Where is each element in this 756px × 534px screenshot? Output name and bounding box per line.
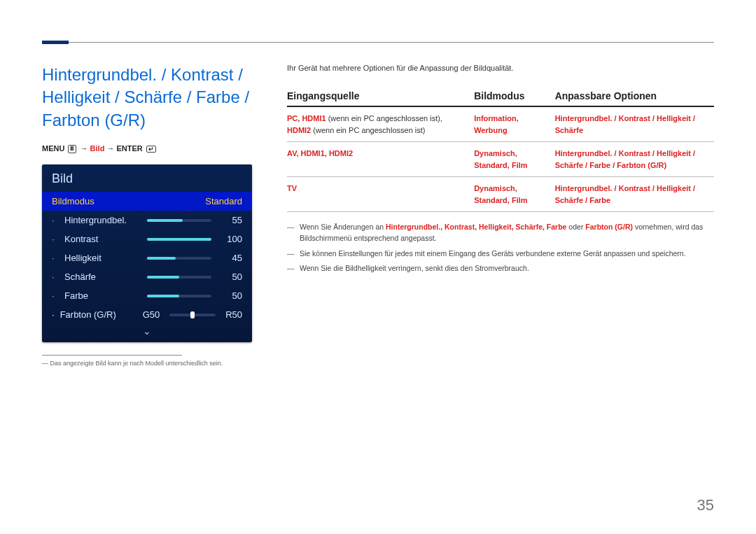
cell-bildmodus: Information, Werbung bbox=[474, 106, 555, 142]
osd-row-bar[interactable] bbox=[147, 295, 211, 297]
note-item: Sie können Einstellungen für jedes mit e… bbox=[287, 248, 714, 260]
osd-row-label: Schärfe bbox=[64, 272, 141, 282]
th-anpassbare: Anpassbare Optionen bbox=[555, 86, 714, 106]
osd-row-value: 50 bbox=[221, 272, 242, 282]
osd-gr-label: Farbton (G/R) bbox=[60, 309, 137, 320]
notes-block: Wenn Sie Änderungen an Hintergrundbel., … bbox=[287, 222, 714, 274]
table-row: TVDynamisch, Standard, FilmHintergrundbe… bbox=[287, 177, 714, 212]
osd-highlight-label: Bildmodus bbox=[52, 196, 94, 206]
cell-anpassbare: Hintergrundbel. / Kontrast / Helligkeit … bbox=[555, 106, 714, 142]
osd-row-label: Farbe bbox=[64, 290, 141, 301]
table-row: PC, HDMI1 (wenn ein PC angeschlossen ist… bbox=[287, 106, 714, 142]
cell-anpassbare: Hintergrundbel. / Kontrast / Helligkeit … bbox=[555, 177, 714, 212]
menu-path: MENU Ⅲ → Bild → ENTER bbox=[42, 144, 252, 153]
osd-highlight-value: Standard bbox=[205, 196, 242, 206]
bullet-icon: · bbox=[52, 253, 59, 263]
osd-row-bar[interactable] bbox=[147, 219, 211, 222]
footnote-rule bbox=[42, 355, 182, 356]
menu-icon: Ⅲ bbox=[68, 145, 76, 153]
osd-row-value: 45 bbox=[221, 253, 242, 263]
options-table: Eingangsquelle Bildmodus Anpassbare Opti… bbox=[287, 86, 714, 212]
osd-row[interactable]: ·Schärfe50 bbox=[42, 267, 252, 286]
note-item: Wenn Sie Änderungen an Hintergrundbel., … bbox=[287, 222, 714, 244]
osd-title: Bild bbox=[42, 164, 252, 192]
osd-gr-r: R50 bbox=[221, 309, 242, 320]
cell-bildmodus: Dynamisch, Standard, Film bbox=[474, 177, 555, 212]
menu-label: MENU bbox=[42, 144, 64, 153]
osd-row-label: Kontrast bbox=[64, 234, 141, 244]
osd-row-value: 55 bbox=[221, 215, 242, 225]
osd-row-label: Helligkeit bbox=[64, 253, 141, 263]
osd-row-bar[interactable] bbox=[147, 238, 211, 241]
osd-row[interactable]: ·Hintergrundbel.55 bbox=[42, 211, 252, 230]
menu-path-mid: Bild bbox=[90, 144, 105, 153]
osd-panel: Bild Bildmodus Standard ·Hintergrundbel.… bbox=[42, 164, 252, 342]
footnote: ― Das angezeigte Bild kann je nach Model… bbox=[42, 360, 252, 367]
cell-eingangsquelle: AV, HDMI1, HDMI2 bbox=[287, 142, 474, 177]
osd-row[interactable]: ·Kontrast100 bbox=[42, 230, 252, 248]
bullet-icon: · bbox=[52, 309, 55, 320]
th-eingangsquelle: Eingangsquelle bbox=[287, 86, 474, 106]
bullet-icon: · bbox=[52, 234, 59, 244]
cell-anpassbare: Hintergrundbel. / Kontrast / Helligkeit … bbox=[555, 142, 714, 177]
section-title: Hintergrundbel. / Kontrast / Helligkeit … bbox=[42, 64, 252, 132]
note-item: Wenn Sie die Bildhelligkeit verringern, … bbox=[287, 263, 714, 274]
osd-row-farbton[interactable]: · Farbton (G/R) G50 R50 bbox=[42, 305, 252, 324]
bullet-icon: · bbox=[52, 290, 59, 301]
intro-text: Ihr Gerät hat mehrere Optionen für die A… bbox=[287, 64, 714, 72]
osd-gr-knob[interactable] bbox=[190, 311, 195, 318]
th-bildmodus: Bildmodus bbox=[474, 86, 555, 106]
chevron-down-icon[interactable]: ⌄ bbox=[42, 324, 252, 337]
osd-row-value: 50 bbox=[221, 290, 242, 301]
cell-eingangsquelle: TV bbox=[287, 177, 474, 212]
osd-gr-track[interactable] bbox=[169, 314, 216, 316]
osd-highlight-row[interactable]: Bildmodus Standard bbox=[42, 192, 252, 211]
enter-icon bbox=[146, 146, 156, 153]
arrow-icon: → bbox=[106, 144, 114, 153]
osd-row-label: Hintergrundbel. bbox=[64, 215, 141, 225]
cell-eingangsquelle: PC, HDMI1 (wenn ein PC angeschlossen ist… bbox=[287, 106, 474, 142]
osd-row[interactable]: ·Farbe50 bbox=[42, 286, 252, 305]
top-rule bbox=[42, 42, 714, 43]
bullet-icon: · bbox=[52, 215, 59, 225]
enter-label: ENTER bbox=[116, 144, 142, 153]
bullet-icon: · bbox=[52, 272, 59, 282]
arrow-icon: → bbox=[80, 144, 88, 153]
osd-row-bar[interactable] bbox=[147, 257, 211, 260]
osd-row[interactable]: ·Helligkeit45 bbox=[42, 248, 252, 267]
cell-bildmodus: Dynamisch, Standard, Film bbox=[474, 142, 555, 177]
page-number: 35 bbox=[697, 496, 714, 514]
osd-row-value: 100 bbox=[221, 234, 242, 244]
table-row: AV, HDMI1, HDMI2Dynamisch, Standard, Fil… bbox=[287, 142, 714, 177]
osd-row-bar[interactable] bbox=[147, 276, 211, 279]
osd-gr-g: G50 bbox=[143, 309, 164, 320]
